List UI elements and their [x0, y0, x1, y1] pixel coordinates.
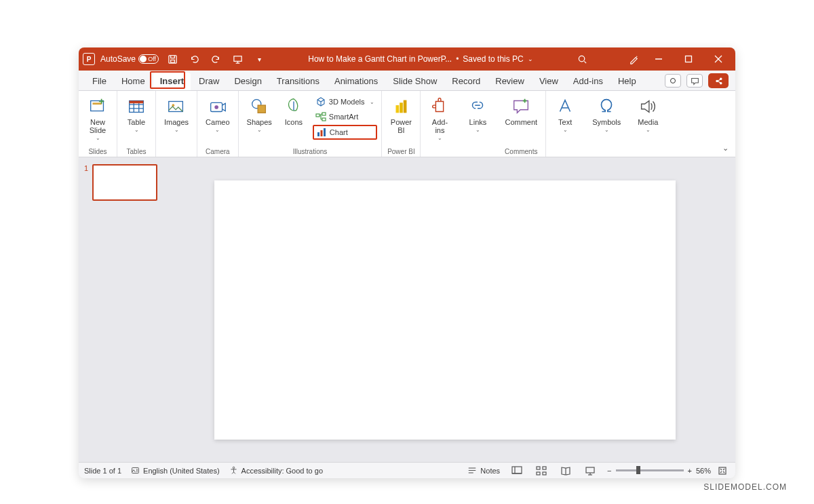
shapes-icon — [249, 96, 269, 117]
slideshow-view-icon[interactable] — [583, 465, 598, 477]
chart-button[interactable]: Chart — [313, 125, 378, 140]
slide-sorter-view-icon[interactable] — [534, 465, 549, 477]
slide-thumbnail-preview — [92, 164, 157, 201]
slide-canvas[interactable] — [214, 180, 676, 440]
group-slides: New Slide ⌄ Slides — [79, 91, 117, 157]
collapse-ribbon-icon[interactable]: ⌄ — [722, 144, 729, 153]
redo-icon[interactable] — [208, 51, 224, 67]
tab-transitions[interactable]: Transitions — [270, 73, 326, 90]
cube-icon — [315, 96, 326, 107]
tab-insert[interactable]: Insert — [153, 73, 191, 90]
language-status[interactable]: English (United States) — [131, 466, 220, 475]
svg-rect-35 — [404, 100, 407, 113]
autosave-label: AutoSave — [100, 54, 136, 64]
addins-icon — [429, 96, 450, 117]
title-bar: P AutoSave Off ▾ How to M — [79, 47, 735, 71]
media-button[interactable]: Media ⌄ — [633, 94, 663, 136]
powerbi-icon — [391, 96, 411, 117]
new-slide-button[interactable]: New Slide ⌄ — [83, 94, 113, 144]
powerbi-button[interactable]: Power BI — [386, 94, 416, 137]
group-powerbi: Power BI Power BI — [382, 91, 421, 157]
slide-thumbnails-panel: 1 — [79, 157, 168, 462]
notes-button[interactable]: Notes — [467, 467, 500, 475]
group-addins: Add- ins ⌄ — [421, 91, 459, 157]
svg-rect-27 — [316, 114, 319, 117]
svg-rect-0 — [168, 55, 176, 62]
svg-rect-5 — [686, 56, 692, 62]
present-from-beginning-icon[interactable] — [229, 51, 246, 67]
icons-icon — [284, 96, 304, 117]
undo-icon[interactable] — [186, 51, 202, 67]
tab-record[interactable]: Record — [445, 73, 487, 90]
zoom-out-icon[interactable]: − — [607, 467, 611, 475]
qat-more-icon[interactable]: ▾ — [251, 51, 267, 67]
tab-home[interactable]: Home — [115, 73, 152, 90]
share-button[interactable] — [708, 73, 729, 88]
window-title: How to Make a Gantt Chart in PowerP... •… — [267, 54, 574, 64]
zoom-level[interactable]: 56% — [696, 467, 711, 475]
fit-to-window-icon[interactable] — [715, 465, 730, 477]
tab-draw[interactable]: Draw — [192, 73, 226, 90]
svg-rect-2 — [233, 56, 241, 61]
close-button[interactable] — [705, 47, 731, 71]
group-tables: Table ⌄ Tables — [117, 91, 156, 157]
chart-icon — [316, 127, 327, 138]
zoom-slider[interactable] — [616, 469, 684, 471]
zoom-in-icon[interactable]: + — [688, 467, 692, 475]
group-camera: Cameo ⌄ Camera — [197, 91, 238, 157]
slide-canvas-area[interactable] — [168, 157, 735, 462]
camera-record-button[interactable] — [665, 74, 681, 88]
maximize-button[interactable] — [676, 47, 701, 71]
smartart-button[interactable]: SmartArt — [313, 110, 378, 123]
addins-button[interactable]: Add- ins ⌄ — [425, 94, 454, 144]
ribbon-tabs: File Home Insert Draw Design Transitions… — [79, 71, 735, 91]
tab-animations[interactable]: Animations — [328, 73, 385, 90]
slide-thumbnail-1[interactable]: 1 — [84, 164, 163, 201]
reading-view-icon[interactable] — [558, 465, 573, 477]
powerpoint-icon: P — [83, 53, 95, 65]
tab-slideshow[interactable]: Slide Show — [386, 73, 444, 90]
svg-rect-29 — [322, 118, 326, 121]
tab-addins[interactable]: Add-ins — [566, 73, 610, 90]
group-symbols: Symbols ⌄ — [584, 91, 629, 157]
svg-rect-20 — [130, 101, 144, 104]
watermark: SLIDEMODEL.COM — [703, 482, 787, 492]
links-button[interactable]: Links ⌄ — [463, 94, 492, 136]
accessibility-status[interactable]: Accessibility: Good to go — [229, 466, 323, 475]
table-button[interactable]: Table ⌄ — [121, 94, 151, 136]
3d-models-button[interactable]: 3D Models ⌄ — [313, 95, 378, 109]
autosave-toggle[interactable]: AutoSave Off — [100, 54, 159, 64]
comments-pane-button[interactable] — [686, 74, 703, 88]
zoom-control[interactable]: − + 56% — [607, 465, 730, 477]
tab-design[interactable]: Design — [227, 73, 268, 90]
images-button[interactable]: Images ⌄ — [160, 94, 193, 136]
svg-rect-46 — [537, 467, 540, 469]
svg-rect-31 — [320, 130, 322, 136]
speaker-icon — [638, 96, 658, 117]
svg-rect-12 — [93, 102, 102, 104]
save-icon[interactable] — [164, 51, 180, 67]
ribbon: New Slide ⌄ Slides Table ⌄ Tables — [79, 91, 735, 157]
text-button[interactable]: Text ⌄ — [550, 94, 580, 136]
tab-view[interactable]: View — [532, 73, 565, 90]
tab-review[interactable]: Review — [488, 73, 531, 90]
normal-view-icon[interactable] — [509, 465, 524, 477]
slide-counter[interactable]: Slide 1 of 1 — [84, 467, 121, 475]
comment-button[interactable]: Comment — [501, 94, 541, 129]
svg-point-39 — [233, 467, 234, 468]
tab-file[interactable]: File — [85, 73, 113, 90]
group-media: Media ⌄ — [629, 91, 667, 157]
pen-icon[interactable] — [625, 51, 642, 67]
group-links: Links ⌄ — [459, 91, 497, 157]
svg-rect-33 — [396, 105, 400, 113]
minimize-button[interactable] — [646, 47, 672, 71]
tab-help[interactable]: Help — [611, 73, 643, 90]
svg-point-24 — [214, 105, 218, 109]
symbols-button[interactable]: Symbols ⌄ — [588, 94, 625, 136]
shapes-button[interactable]: Shapes ⌄ — [243, 94, 276, 136]
svg-rect-54 — [719, 467, 726, 474]
cameo-button[interactable]: Cameo ⌄ — [201, 94, 233, 136]
search-icon[interactable] — [574, 51, 590, 67]
group-text: Text ⌄ — [546, 91, 584, 157]
icons-button[interactable]: Icons — [279, 94, 309, 129]
